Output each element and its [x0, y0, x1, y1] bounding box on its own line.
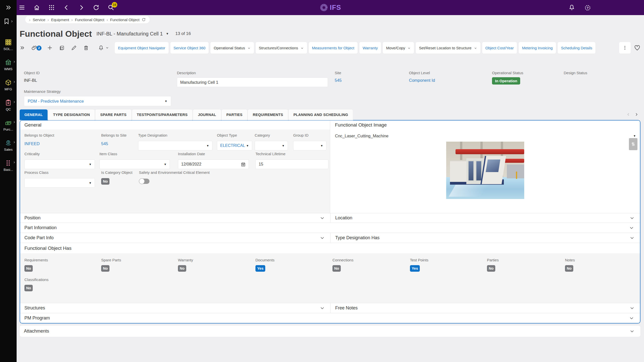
technical-lifetime-field[interactable]: 15: [255, 159, 328, 169]
breadcrumb-item-functional-object[interactable]: Functional Object: [75, 18, 104, 22]
belongs-to-object-link[interactable]: INFEED: [24, 141, 54, 146]
image-name-select[interactable]: Cnc_Laser_Cutting_Machine ▼: [335, 132, 636, 140]
tab-journal[interactable]: JOURNAL: [193, 109, 221, 120]
position-section-header[interactable]: Position: [20, 213, 330, 223]
chevron-down-icon: [629, 225, 634, 230]
description-field[interactable]: [177, 77, 328, 87]
free-notes-section-header[interactable]: Free Notes: [330, 303, 640, 313]
refresh-icon[interactable]: [93, 4, 99, 11]
duplicate-icon[interactable]: [59, 45, 65, 51]
double-chevron-right-icon: [5, 5, 11, 11]
caret-down-icon: [407, 47, 411, 50]
object-cost-year-button[interactable]: Object Cost/Year: [482, 42, 517, 54]
operational-status-badge: In Operation: [492, 77, 520, 85]
object-level-link[interactable]: Component Id: [409, 78, 435, 83]
operational-status-label: Operational Status: [492, 71, 523, 75]
tab-spare-parts[interactable]: SPARE PARTS: [95, 109, 131, 120]
chevron-right-icon: [13, 101, 16, 103]
image-adjust-button[interactable]: [629, 138, 637, 150]
add-icon[interactable]: [47, 45, 53, 51]
structures-connections-dropdown[interactable]: Structures/Connections: [256, 42, 307, 54]
calendar-icon[interactable]: [241, 162, 246, 167]
hamburger-menu-icon[interactable]: [19, 4, 25, 11]
app-launcher-icon[interactable]: [48, 4, 55, 11]
tab-scroll-right-icon[interactable]: [634, 112, 638, 116]
record-selector[interactable]: INF-BL - Manufacturing Cell 1 ▼: [96, 31, 169, 37]
sidebar-item-basic-data[interactable]: Basi...: [0, 155, 17, 176]
site-link[interactable]: 545: [335, 78, 342, 83]
tab-parties[interactable]: PARTIES: [222, 109, 247, 120]
more-options-button[interactable]: [619, 42, 631, 54]
warehouse-icon: [5, 59, 12, 66]
sidebar-item-wms[interactable]: WMS: [0, 55, 17, 75]
belongs-to-site-link[interactable]: 545: [101, 141, 127, 146]
group-id-label: Group ID: [293, 133, 326, 137]
notifications-bell-icon[interactable]: [569, 4, 575, 11]
bell-caret-down-icon[interactable]: [105, 46, 109, 50]
sidebar-item-label: QC: [6, 107, 11, 111]
subscribe-bell-icon[interactable]: [98, 45, 104, 51]
operational-status-dropdown[interactable]: Operational Status: [210, 42, 254, 54]
location-section-header[interactable]: Location: [330, 213, 640, 223]
tab-requirements[interactable]: REQUIREMENTS: [248, 109, 288, 120]
object-id-value: INF-BL: [24, 78, 40, 83]
notes-badge: No: [565, 265, 573, 272]
breadcrumb-item-functional-object-page[interactable]: Functional Object: [110, 18, 139, 22]
process-class-label: Process Class: [24, 170, 95, 175]
set-reset-location-dropdown[interactable]: Set/Reset Location to Structure: [416, 42, 480, 54]
pm-program-section-header[interactable]: PM Program: [20, 313, 640, 323]
expand-commands-icon[interactable]: [20, 45, 25, 51]
object-type-select[interactable]: ELECTRICAL -... ▼: [217, 141, 252, 150]
delete-icon[interactable]: [83, 45, 89, 51]
tab-type-designation[interactable]: TYPE DESIGNATION: [48, 109, 95, 120]
top-app-bar: 16 IFS ?: [17, 0, 644, 15]
favorite-heart-icon[interactable]: [634, 45, 640, 51]
type-designation-has-section-header[interactable]: Type Designation Has: [330, 233, 640, 243]
warranty-button[interactable]: Warranty: [359, 42, 381, 54]
move-copy-dropdown[interactable]: Move/Copy: [383, 42, 414, 54]
type-designation-select[interactable]: ▼: [138, 141, 212, 150]
search-icon[interactable]: 16: [108, 4, 114, 11]
sidebar-item-qc[interactable]: QC: [0, 95, 17, 115]
record-header-form: Object ID INF-BL Description Site 545 Ob…: [20, 67, 644, 107]
forward-icon[interactable]: [78, 4, 85, 11]
svg-text:?: ?: [587, 6, 589, 10]
sidebar-item-solution-manager[interactable]: SOL...: [0, 35, 17, 55]
breadcrumb-refresh-icon[interactable]: [142, 18, 146, 22]
back-icon[interactable]: [63, 4, 70, 11]
category-select[interactable]: ▼: [255, 141, 288, 150]
tab-planning-and-scheduling[interactable]: PLANNING AND SCHEDULING: [289, 109, 353, 120]
process-class-select[interactable]: ▼: [24, 178, 95, 188]
part-information-section-header[interactable]: Part Information: [20, 223, 640, 233]
attachments-section-header[interactable]: Attachments: [20, 326, 640, 337]
tab-scroll-left-icon[interactable]: [626, 112, 630, 116]
tab-testpoints-parameters[interactable]: TESTPOINTS/PARAMETERS: [132, 109, 193, 120]
tab-general[interactable]: GENERAL: [20, 109, 48, 120]
metering-invoicing-button[interactable]: Metering Invoicing: [519, 42, 556, 54]
home-icon[interactable]: [33, 4, 40, 11]
breadcrumb-item-service[interactable]: Service: [33, 18, 45, 22]
maintenance-strategy-select[interactable]: PDM - Predictive Maintenance ▼: [24, 96, 171, 106]
scheduling-details-button[interactable]: Scheduling Details: [558, 42, 595, 54]
criticality-select[interactable]: ▼: [24, 159, 95, 169]
sidebar-item-mfg[interactable]: MFG: [0, 75, 17, 95]
chevron-down-icon: [630, 216, 634, 220]
item-class-select[interactable]: ▼: [99, 159, 170, 169]
group-id-select[interactable]: ▼: [293, 141, 326, 150]
installation-date-field[interactable]: 12/08/2022: [178, 159, 249, 169]
measurements-for-object-button[interactable]: Measurements for Object: [309, 42, 358, 54]
breadcrumb-item-equipment[interactable]: Equipment: [51, 18, 69, 22]
sidebar-item-sales[interactable]: Sales: [0, 135, 17, 155]
safety-critical-toggle[interactable]: [139, 179, 149, 184]
structures-section-header[interactable]: Structures: [20, 303, 330, 313]
service-object-360-button[interactable]: Service Object 360: [170, 42, 209, 54]
rail-expand-button[interactable]: [0, 0, 17, 15]
sidebar-item-purchasing[interactable]: Purc...: [0, 115, 17, 135]
equipment-object-navigator-button[interactable]: Equipment Object Navigator: [115, 42, 169, 54]
bookmarks-button[interactable]: [0, 18, 17, 25]
code-part-info-section-header[interactable]: Code Part Info: [20, 233, 330, 243]
attachments-icon[interactable]: 2: [31, 45, 37, 51]
edit-icon[interactable]: [71, 45, 77, 51]
parties-badge: No: [487, 265, 495, 272]
help-support-icon[interactable]: ?: [584, 4, 591, 11]
